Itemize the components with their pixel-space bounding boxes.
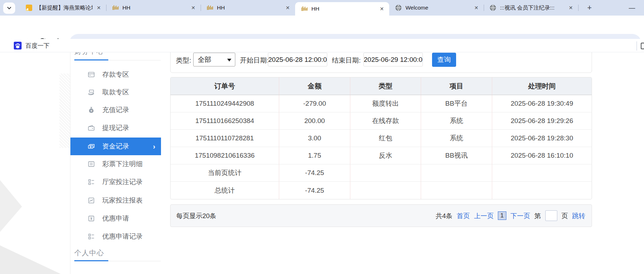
cell-order: 1751110166250384 (171, 112, 279, 130)
globe-favicon-icon (395, 4, 402, 11)
type-select-value: 全部 (198, 55, 211, 64)
mail-favicon-icon (25, 4, 33, 11)
baidu-paw-icon (13, 41, 22, 50)
empty-cell (421, 164, 492, 182)
per-page-label: 每页显示20条 (176, 211, 216, 220)
wave-favicon-icon (206, 4, 213, 11)
tab-strip: 【新提醒】海燕策略论坛综 ✕ HH ✕ HH ✕ HH ✕ (0, 0, 644, 16)
cell-time: 2025-06-28 19:30:49 (492, 95, 592, 112)
sidebar-item-partial[interactable] (70, 269, 161, 274)
chevron-down-icon (227, 59, 231, 62)
sidebar-item-hall-bet-record[interactable]: 厅室投注记录 (70, 173, 161, 191)
col-header-order: 订单号 (171, 77, 279, 95)
table-summary-row-page: 当前页统计 -74.25 (171, 164, 592, 182)
window-minimize-button[interactable]: — (625, 1, 639, 14)
tab-title: HH (122, 5, 187, 11)
section-divider (74, 60, 161, 60)
section-divider-accent (74, 59, 108, 60)
pagination-bar: 每页显示20条 共4条 首页 上一页 1 下一页 第 页 跳转 (170, 204, 592, 227)
tab-hh-2[interactable]: HH ✕ (201, 0, 295, 16)
total-count-label: 共4条 (436, 211, 452, 220)
tab-forum[interactable]: 【新提醒】海燕策略论坛综 ✕ (20, 0, 106, 16)
sidebar-item-fund-record[interactable]: 资金记录 › (70, 138, 161, 155)
browser-window: 【新提醒】海燕策略论坛综 ✕ HH ✕ HH ✕ HH ✕ (0, 0, 644, 274)
summary-amount: -74.25 (279, 182, 350, 199)
jump-link[interactable]: 跳转 (572, 211, 585, 220)
table-header-row: 订单号 金额 类型 项目 处理时间 (171, 77, 592, 95)
tab-welcome[interactable]: Welcome ✕ (389, 0, 484, 16)
sidebar-item-label: 彩票下注明细 (102, 159, 143, 169)
sidebar-section-finance: 财务中心 (74, 52, 104, 56)
end-date-input[interactable] (363, 53, 423, 66)
table-row: 1751110166250384 200.00 在线存款 系统 2025-06-… (171, 112, 592, 130)
page-content: 财务中心 存款专区 取款专区 ¥ 充值记录 提现记录 资金记录 › (0, 52, 644, 274)
prev-page-link[interactable]: 上一页 (474, 211, 494, 220)
promo-ticket-icon: ¥ (87, 215, 95, 222)
tab-hh-active[interactable]: HH ✕ (295, 2, 389, 16)
decorative-triangle (0, 245, 61, 274)
cell-order: 1751110249442908 (171, 95, 279, 112)
sidebar-item-withdraw-zone[interactable]: 取款专区 (70, 83, 161, 101)
tab-close-icon[interactable]: ✕ (378, 5, 386, 13)
search-button[interactable]: 查询 (432, 53, 456, 67)
sidebar-item-label: 优惠申请记录 (102, 232, 143, 241)
page-prefix-label: 第 (534, 211, 541, 220)
tab-close-icon[interactable]: ✕ (189, 4, 197, 12)
tab-title: :::视讯 会员下注纪录::: (500, 4, 565, 12)
cell-time: 2025-06-28 19:29:26 (492, 112, 592, 130)
page-suffix-label: 页 (562, 211, 568, 220)
pagination-controls: 共4条 首页 上一页 1 下一页 第 页 跳转 (436, 210, 585, 221)
chevron-right-icon: › (153, 142, 155, 151)
cell-type: 额度转出 (350, 95, 421, 112)
sidebar-item-withdrawal-record[interactable]: 提现记录 (70, 119, 161, 137)
empty-cell (421, 182, 492, 199)
empty-cell (350, 164, 421, 182)
globe-favicon-icon (489, 4, 496, 11)
tab-close-icon[interactable]: ✕ (95, 4, 103, 12)
col-header-time: 处理时间 (492, 77, 592, 95)
type-label: 类型: (176, 56, 191, 65)
wallet-icon (87, 124, 95, 132)
tab-hh-1[interactable]: HH ✕ (106, 0, 201, 16)
tab-close-icon[interactable]: ✕ (284, 4, 292, 12)
browser-toolbar: yl756.com/hhcp/usercenter.html?iniType=6 (0, 16, 644, 39)
tab-search-button[interactable] (3, 2, 15, 14)
sidebar-item-label: 优惠申请 (102, 214, 129, 223)
tab-title: Welcome (406, 5, 470, 11)
cell-time: 2025-06-28 16:10:10 (492, 147, 592, 164)
table-row: 1751110249442908 -279.00 额度转出 BB平台 2025-… (171, 95, 592, 112)
col-header-project: 项目 (421, 77, 492, 95)
sidebar-item-recharge-record[interactable]: ¥ 充值记录 (70, 101, 161, 119)
bookmark-baidu[interactable]: 百度一下 (13, 40, 50, 51)
svg-text:¥: ¥ (90, 217, 92, 221)
sidebar-item-lottery-bet-detail[interactable]: 彩票下注明细 (70, 155, 161, 173)
tab-close-icon[interactable]: ✕ (567, 4, 575, 12)
tab-close-icon[interactable]: ✕ (472, 4, 480, 12)
decorative-texture (59, 74, 70, 148)
sidebar-section-personal: 个人中心 (74, 248, 104, 258)
type-select[interactable]: 全部 (193, 53, 235, 66)
wave-favicon-icon (301, 5, 308, 12)
side-panel-icon[interactable] (640, 42, 644, 50)
chevron-down-icon (7, 6, 12, 11)
sidebar-item-promo-apply[interactable]: ¥ 优惠申请 (70, 210, 161, 227)
col-header-type: 类型 (350, 77, 421, 95)
page-number-input[interactable] (545, 210, 557, 221)
new-tab-button[interactable]: + (585, 3, 594, 13)
current-page-indicator: 1 (498, 211, 506, 220)
sidebar-item-label: 存款专区 (102, 70, 129, 79)
start-date-input[interactable] (268, 53, 327, 66)
sidebar-item-deposit-zone[interactable]: 存款专区 (70, 66, 161, 83)
bookmark-label: 百度一下 (25, 42, 50, 50)
cell-project: BB平台 (421, 95, 492, 112)
tab-title: HH (311, 6, 376, 12)
summary-label: 当前页统计 (171, 164, 279, 182)
cell-type: 红包 (350, 130, 421, 147)
cell-project: 系统 (421, 112, 492, 130)
sidebar-item-promo-apply-record[interactable]: 优惠申请记录 (70, 228, 161, 245)
next-page-link[interactable]: 下一页 (511, 211, 530, 220)
first-page-link[interactable]: 首页 (457, 211, 470, 220)
sidebar-item-label: 资金记录 (102, 142, 129, 151)
sidebar-item-player-bet-report[interactable]: 玩家投注报表 (70, 192, 161, 209)
tab-video-records[interactable]: :::视讯 会员下注纪录::: ✕ (484, 0, 578, 16)
